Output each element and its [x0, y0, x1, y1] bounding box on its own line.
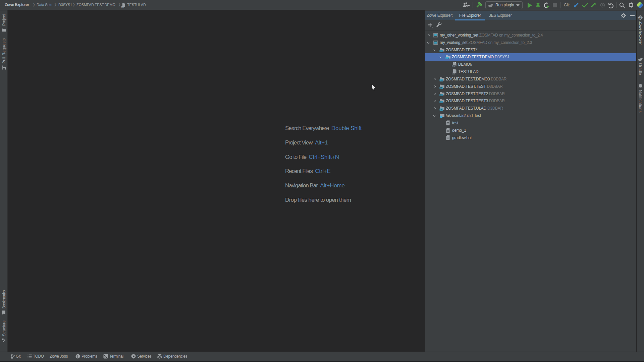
svg-text:DS: DS — [440, 101, 443, 103]
svg-text:MEM: MEM — [452, 65, 455, 67]
svg-text:DS: DS — [440, 94, 443, 96]
svg-text:DS: DS — [440, 79, 443, 81]
svg-text:MEM: MEM — [121, 6, 125, 8]
svg-text:DS: DS — [440, 109, 443, 111]
svg-text:DS: DS — [446, 57, 449, 59]
svg-text:DS: DS — [440, 87, 443, 89]
svg-text:MEM: MEM — [452, 73, 455, 74]
svg-text:DS: DS — [440, 50, 443, 52]
